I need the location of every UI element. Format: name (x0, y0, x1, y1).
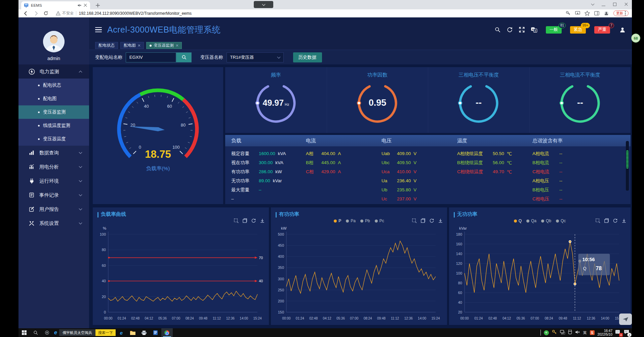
window-close-button[interactable] (620, 0, 632, 9)
sidebar-item-4[interactable]: 事件记录 (18, 188, 89, 202)
news-headline[interactable]: 俄宇航员太空阅兵 (59, 329, 95, 336)
profile-avatar-icon[interactable] (604, 11, 609, 16)
recorder-badge[interactable]: 68 (631, 34, 640, 43)
sidebar-subitem-2[interactable]: 变压器监测 (18, 105, 89, 119)
header-refresh-icon[interactable] (507, 27, 513, 33)
browser-menu-icon[interactable] (625, 11, 626, 15)
zoom-select-icon[interactable] (412, 218, 417, 223)
series-line-P[interactable] (286, 241, 436, 293)
transformer-select[interactable]: TR1#变压器 (227, 52, 284, 62)
chart-refresh-icon[interactable] (429, 218, 434, 223)
station-input[interactable] (126, 52, 176, 62)
series-line-负载率[interactable] (108, 291, 257, 301)
alarm-badge-1[interactable]: 紧急99+ (570, 26, 586, 34)
sidebar-item-2[interactable]: 用电分析 (18, 160, 89, 174)
refresh-button[interactable] (43, 11, 48, 16)
cortana-icon[interactable] (41, 328, 53, 337)
alarm-badge-0[interactable]: 一般81 (546, 26, 562, 34)
download-icon[interactable] (621, 218, 627, 223)
taskbar-app-ie[interactable]: e (116, 328, 127, 337)
browser-tab[interactable]: EEMS (21, 1, 90, 9)
sidebar-subitem-0[interactable]: 配电状态 (18, 79, 89, 92)
legend-item-Q[interactable]: Q (514, 219, 522, 223)
legend-item-Pb[interactable]: Pb (360, 219, 370, 223)
tray-usb-icon[interactable] (568, 330, 572, 336)
notification-app-badge[interactable]: 4 (615, 330, 621, 336)
tray-keys-icon[interactable] (552, 330, 557, 336)
page-tab-1[interactable]: 配电图 (120, 42, 144, 49)
password-key-icon[interactable] (566, 11, 571, 16)
legend-item-P[interactable]: P (334, 219, 341, 223)
tray-network-icon[interactable] (560, 330, 565, 336)
back-button[interactable] (23, 11, 29, 16)
sogou-ime-icon[interactable]: S (590, 330, 595, 335)
window-minimize-button[interactable] (598, 0, 609, 9)
side-panel-icon[interactable] (594, 11, 599, 16)
station-search-button[interactable] (176, 52, 192, 62)
media-controls-pill[interactable] (254, 1, 273, 8)
action-center-badge[interactable]: 2 (624, 330, 629, 336)
tray-expand-icon[interactable] (540, 330, 541, 336)
window-maximize-button[interactable] (609, 0, 620, 9)
user-avatar[interactable] (43, 31, 65, 52)
sidebar-item-5[interactable]: 用户报告 (18, 202, 89, 216)
sidebar-item-3[interactable]: 运行环境 (18, 174, 89, 188)
header-search-icon[interactable] (494, 27, 501, 33)
volume-muted-icon[interactable] (575, 330, 580, 336)
header-fullscreen-icon[interactable] (519, 27, 525, 33)
update-button[interactable]: 更新 (613, 10, 629, 16)
new-tab-button[interactable] (94, 2, 101, 9)
legend-item-Qa[interactable]: Qa (526, 219, 536, 223)
legend-item-Qb[interactable]: Qb (541, 219, 551, 223)
restore-icon[interactable] (420, 218, 426, 223)
news-search-widget[interactable]: e 俄宇航员太空阅兵 搜索一下 (53, 328, 116, 337)
sidebar-subitem-3[interactable]: 线缆温度监测 (18, 119, 89, 132)
restore-icon[interactable] (242, 218, 247, 223)
tray-accelerator-icon[interactable]: + (544, 330, 549, 335)
zoom-select-icon[interactable] (234, 218, 239, 223)
zoom-select-icon[interactable] (595, 218, 600, 223)
history-data-button[interactable]: 历史数据 (293, 52, 322, 62)
taskbar-app-printer[interactable] (138, 328, 150, 337)
bookmark-star-icon[interactable] (585, 11, 590, 16)
page-tab-2[interactable]: 变压器监测 (146, 42, 182, 49)
scrollbar-thumb[interactable] (626, 150, 629, 168)
sidebar-item-6[interactable]: 系统设置 (18, 216, 89, 230)
chart-refresh-icon[interactable] (613, 218, 618, 223)
alarm-badge-2[interactable]: 严重7 (594, 26, 610, 34)
header-translate-icon[interactable]: A文 (531, 27, 537, 33)
taskbar-app-explorer[interactable] (127, 328, 138, 337)
close-icon[interactable] (138, 44, 140, 47)
taskbar-clock[interactable]: 16:47 2022/5/10 (598, 329, 613, 336)
sidebar-item-1[interactable]: 数据查询 (18, 146, 89, 160)
legend-item-Qc[interactable]: Qc (556, 219, 566, 223)
taskbar-app-document[interactable] (150, 328, 161, 337)
header-user-icon[interactable] (619, 27, 626, 33)
sidebar-subitem-1[interactable]: 配电图 (18, 92, 89, 105)
window-menu-chevron[interactable] (587, 0, 598, 9)
tab-close-icon[interactable] (83, 3, 87, 7)
install-icon[interactable] (575, 11, 580, 16)
legend-item-Pa[interactable]: Pa (346, 219, 356, 223)
taskbar-app-chrome[interactable] (161, 328, 173, 337)
omnibox[interactable]: 不安全 192.168.204.112:8090/3000WEBV2/Trans… (56, 11, 566, 16)
page-scrollbar[interactable] (626, 141, 629, 191)
chart-refresh-icon[interactable] (251, 218, 256, 223)
taskbar-search-icon[interactable] (30, 328, 41, 337)
legend-item-Pc[interactable]: Pc (375, 219, 384, 223)
download-icon[interactable] (260, 218, 265, 223)
url-text[interactable]: 192.168.204.112:8090/3000WEBV2/Transform… (79, 11, 192, 16)
sidebar-subitem-4[interactable]: 变压器温度 (18, 132, 89, 146)
start-button[interactable] (18, 328, 30, 337)
news-search-button[interactable]: 搜索一下 (95, 329, 116, 336)
floating-chat-button[interactable] (619, 314, 632, 325)
hamburger-menu-icon[interactable] (95, 27, 102, 33)
tab-audio-muted-icon[interactable] (77, 3, 81, 7)
download-icon[interactable] (438, 218, 443, 223)
forward-button[interactable] (33, 11, 39, 16)
sidebar-item-0[interactable]: 电力监测 (18, 64, 89, 79)
close-icon[interactable] (176, 44, 178, 47)
page-tab-0[interactable]: 配电状态 (95, 42, 118, 49)
restore-icon[interactable] (604, 218, 609, 223)
ime-language-indicator[interactable]: 英 (583, 330, 587, 335)
